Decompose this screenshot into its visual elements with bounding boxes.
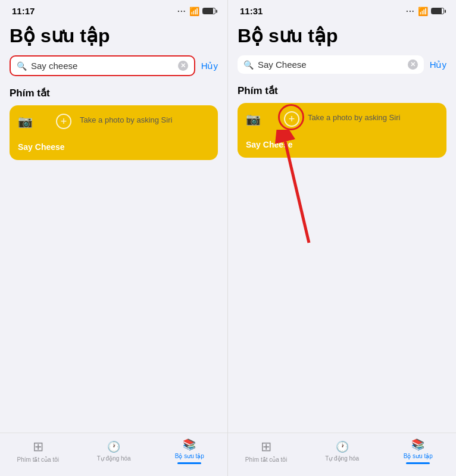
shortcut-desc-left: Take a photo by asking Siri xyxy=(80,114,210,126)
section-title-left: Phím tắt xyxy=(10,87,218,99)
nav-label-gallery-left: Bộ sưu tập xyxy=(175,453,204,459)
page-content-right: Bộ sưu tập 🔍 Say Cheese ✕ Hủy Phím tắt 📷… xyxy=(228,20,456,433)
battery-icon-right xyxy=(431,8,444,14)
cancel-btn-left[interactable]: Hủy xyxy=(201,61,218,71)
battery-icon-left xyxy=(202,8,215,14)
status-time-left: 11:17 xyxy=(12,6,35,16)
cancel-btn-right[interactable]: Hủy xyxy=(430,60,446,70)
shortcut-icon-row-right: 📷 + xyxy=(246,111,299,127)
status-bar-right: 11:31 ••• 📶 xyxy=(228,0,456,20)
search-text-left[interactable]: Say cheese xyxy=(31,61,174,71)
signal-icon-right: ••• xyxy=(407,8,415,14)
search-bar-container-right: 🔍 Say Cheese ✕ Hủy xyxy=(238,55,446,74)
nav-icon-grid-right: ⊞ xyxy=(261,439,271,455)
nav-icon-clock-left: 🕐 xyxy=(107,440,120,453)
search-bar-right[interactable]: 🔍 Say Cheese ✕ xyxy=(238,55,424,74)
nav-icon-gallery-right: 📚 xyxy=(411,438,424,451)
search-text-right[interactable]: Say Cheese xyxy=(258,60,404,70)
section-title-right: Phím tắt xyxy=(238,84,446,97)
shortcut-card-right[interactable]: 📷 + Say Cheese Take a photo by asking Si… xyxy=(238,103,446,158)
nav-active-indicator-left xyxy=(177,462,201,464)
camera-icon-right: 📷 xyxy=(246,112,261,126)
status-icons-right: ••• 📶 xyxy=(407,7,444,16)
nav-label-automation-left: Tự động hóa xyxy=(97,455,131,462)
nav-item-my-shortcuts-right[interactable]: ⊞ Phím tắt của tôi xyxy=(245,439,287,463)
nav-active-indicator-right xyxy=(406,462,430,464)
nav-item-my-shortcuts-left[interactable]: ⊞ Phím tắt của tôi xyxy=(17,439,59,463)
page-title-right: Bộ sưu tập xyxy=(238,24,446,47)
wifi-icon-left: 📶 xyxy=(189,7,199,16)
search-bar-left[interactable]: 🔍 Say cheese ✕ xyxy=(10,55,195,76)
nav-item-gallery-right[interactable]: 📚 Bộ sưu tập xyxy=(397,438,439,464)
status-icons-left: ••• 📶 xyxy=(178,7,215,16)
shortcut-name-left: Say Cheese xyxy=(18,142,71,152)
nav-icon-grid-left: ⊞ xyxy=(33,439,43,455)
nav-label-automation-right: Tự động hóa xyxy=(325,455,359,462)
left-panel: 11:17 ••• 📶 Bộ sưu tập 🔍 Say cheese ✕ Hủ… xyxy=(0,0,228,476)
wifi-icon-right: 📶 xyxy=(418,7,428,16)
search-icon-left: 🔍 xyxy=(17,61,27,71)
bottom-nav-left: ⊞ Phím tắt của tôi 🕐 Tự động hóa 📚 Bộ sư… xyxy=(0,433,227,476)
signal-icon-left: ••• xyxy=(178,8,186,14)
status-bar-left: 11:17 ••• 📶 xyxy=(0,0,227,20)
shortcut-card-left-col: 📷 + Say Cheese xyxy=(18,114,71,152)
add-icon-left[interactable]: + xyxy=(56,114,71,129)
nav-icon-clock-right: 🕐 xyxy=(336,440,349,453)
shortcut-card-wrap-right: 📷 + Say Cheese Take a photo by asking Si… xyxy=(238,103,446,158)
shortcut-card-right-col: 📷 + Say Cheese xyxy=(246,111,299,149)
search-icon-right: 🔍 xyxy=(243,60,254,70)
nav-item-automation-left[interactable]: 🕐 Tự động hóa xyxy=(93,440,135,462)
search-bar-container-left: 🔍 Say cheese ✕ Hủy xyxy=(10,55,218,76)
add-icon-right[interactable]: + xyxy=(284,111,299,127)
shortcut-card-left[interactable]: 📷 + Say Cheese Take a photo by asking Si… xyxy=(10,105,218,160)
nav-item-gallery-left[interactable]: 📚 Bộ sưu tập xyxy=(168,438,210,464)
page-content-left: Bộ sưu tập 🔍 Say cheese ✕ Hủy Phím tắt 📷… xyxy=(0,20,227,433)
bottom-nav-right: ⊞ Phím tắt của tôi 🕐 Tự động hóa 📚 Bộ sư… xyxy=(228,433,456,476)
nav-label-my-shortcuts-right: Phím tắt của tôi xyxy=(245,456,287,463)
shortcut-card-wrap-left: 📷 + Say Cheese Take a photo by asking Si… xyxy=(10,105,218,160)
shortcut-desc-right: Take a photo by asking Siri xyxy=(308,111,438,123)
nav-icon-gallery-left: 📚 xyxy=(183,438,196,451)
nav-item-automation-right[interactable]: 🕐 Tự động hóa xyxy=(321,440,363,462)
shortcut-name-right: Say Cheese xyxy=(246,140,299,149)
shortcut-icon-row-left: 📷 + xyxy=(18,114,71,129)
nav-label-my-shortcuts-left: Phím tắt của tôi xyxy=(17,456,59,463)
right-panel: 11:31 ••• 📶 Bộ sưu tập 🔍 Say Cheese ✕ Hủ… xyxy=(228,0,456,476)
camera-icon-left: 📷 xyxy=(18,114,33,129)
nav-label-gallery-right: Bộ sưu tập xyxy=(404,453,433,459)
search-clear-right[interactable]: ✕ xyxy=(408,60,418,70)
page-title-left: Bộ sưu tập xyxy=(10,24,218,47)
status-time-right: 11:31 xyxy=(240,6,263,16)
search-clear-left[interactable]: ✕ xyxy=(178,61,188,71)
